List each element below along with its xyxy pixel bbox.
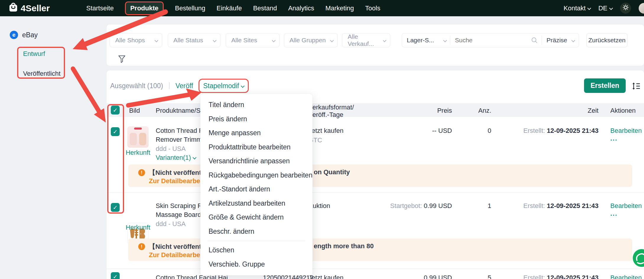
chevron-down-icon <box>213 38 217 42</box>
toolbar-divider: | <box>168 81 170 89</box>
nav-item-analytics[interactable]: Analytics <box>288 4 314 12</box>
menu-item-art-standort[interactable]: Art.-Standort ändern <box>200 182 313 196</box>
menu-item-artikelzustand[interactable]: Artikelzustand bearbeiten <box>200 196 313 211</box>
sidebar-item-ebay[interactable]: e eBay <box>10 31 38 39</box>
chevron-down-icon <box>443 38 447 42</box>
shopping-bag-logo-icon <box>9 2 18 14</box>
chevron-down-icon <box>609 6 613 10</box>
product-name-line2[interactable]: Remover Trimmer <box>156 136 208 143</box>
header-anz: Anz. <box>462 107 491 114</box>
nav-right-cluster: Kontakt DE <box>564 0 644 16</box>
check-icon: ✓ <box>113 204 118 211</box>
price-cell: Startgebot: 0.99 USD <box>381 202 452 210</box>
batch-edit-dropdown[interactable]: Stapelmodif <box>203 82 244 90</box>
settings-button[interactable] <box>620 3 631 14</box>
ebay-icon: e <box>10 31 18 39</box>
chevron-down-icon <box>383 38 386 42</box>
chevron-down-icon <box>193 156 197 159</box>
menu-item-menge-anpassen[interactable]: Menge anpassen <box>200 126 313 140</box>
avatar[interactable] <box>639 3 644 14</box>
row-checkbox[interactable]: ✓ <box>111 203 120 212</box>
product-name-line1[interactable]: Cotton Thread Fa <box>156 127 206 135</box>
nav-item-tools[interactable]: Tools <box>365 4 380 12</box>
annotation-box-stapelmodif: Stapelmodif <box>199 79 249 93</box>
menu-item-loeschen[interactable]: Löschen <box>200 243 313 257</box>
search-mode-select[interactable]: Präzise <box>541 36 579 45</box>
search-scope-select[interactable]: Lager-S... <box>402 36 450 45</box>
menu-item-versandrichtlinie[interactable]: Versandrichtlinie anpassen <box>200 154 313 168</box>
menu-item-verschieb-gruppe[interactable]: Verschieb. Gruppe <box>200 257 313 272</box>
nav-item-bestand[interactable]: Bestand <box>253 4 277 12</box>
brand-name: 4Seller <box>21 3 50 13</box>
chevron-down-icon <box>241 84 245 88</box>
nav-item-startseite[interactable]: Startseite <box>86 4 114 12</box>
selected-count: Ausgewählt (100) <box>110 82 163 90</box>
search-icon[interactable] <box>531 37 538 44</box>
sidebar-platform-label: eBay <box>22 31 38 39</box>
origin-link[interactable]: Herkunft <box>125 149 151 157</box>
row-checkbox[interactable]: ✓ <box>111 127 120 136</box>
column-settings-icon[interactable] <box>630 80 642 93</box>
filter-gruppen-select[interactable]: Alle Gruppen <box>284 33 338 47</box>
qty-cell: 1 <box>462 202 491 210</box>
search-input[interactable] <box>450 37 531 44</box>
nav-item-einkaeufe[interactable]: Einkäufe <box>217 4 242 12</box>
more-actions-link[interactable]: ... <box>610 135 617 142</box>
select-all-checkbox[interactable]: ✓ <box>111 106 120 114</box>
row-checkbox[interactable]: ✓ <box>111 272 120 279</box>
origin-link[interactable]: Herkunft <box>125 223 151 231</box>
nav-item-produkte[interactable]: Produkte <box>130 4 158 12</box>
qty-cell: 0 <box>462 127 491 135</box>
header-verkaufsformat: Verkaufsformat/Veröff.-Tage <box>308 104 354 118</box>
price-cell: -- USD <box>393 127 452 135</box>
menu-item-rueckgabebedingungen[interactable]: Rückgabebedingungen bearbeiten <box>200 168 313 183</box>
menu-item-preis-aendern[interactable]: Preis ändern <box>200 112 313 126</box>
menu-item-groesse-gewicht[interactable]: Größe & Gewicht ändern <box>200 210 313 225</box>
language-selector[interactable]: DE <box>598 4 612 12</box>
edit-link[interactable]: Bearbeiten <box>610 127 642 135</box>
sidebar-item-veroeffentlicht[interactable]: Veröffentlicht <box>23 70 61 78</box>
top-navbar: 4Seller Startseite Produkte Bestellung E… <box>0 0 644 16</box>
warning-icon: ! <box>138 243 145 250</box>
sidebar-item-entwurf[interactable]: Entwurf <box>23 50 45 58</box>
sale-format: Jetzt kaufen <box>308 274 344 279</box>
row-divider <box>107 269 644 269</box>
check-icon: ✓ <box>113 128 118 135</box>
varianten-toggle[interactable]: Varianten(1) <box>156 154 196 162</box>
nav-item-bestellung[interactable]: Bestellung <box>175 4 205 12</box>
reset-button[interactable]: Zurücksetzen <box>586 33 627 47</box>
more-actions-link[interactable]: ... <box>610 210 617 217</box>
filter-sites-select[interactable]: Alle Sites <box>226 33 279 47</box>
filter-shops-select[interactable]: Alle Shops <box>110 33 162 47</box>
product-shop: ddd - USA <box>156 145 186 153</box>
filter-funnel-icon[interactable] <box>118 54 126 64</box>
filter-verkaufsformat-select[interactable]: Alle Verkauf... <box>342 33 390 47</box>
time-cell: Erstellt: 12-09-2025 21:43 <box>501 274 599 279</box>
create-button[interactable]: Erstellen <box>584 78 626 93</box>
chevron-down-icon <box>272 38 276 42</box>
menu-item-produktattribute[interactable]: Produktattribute bearbeiten <box>200 140 313 154</box>
warning-icon: ! <box>138 169 145 176</box>
kontakt-menu[interactable]: Kontakt <box>564 4 591 12</box>
publish-button[interactable]: Veröff <box>175 82 193 90</box>
header-produktname: Produktname/Sho <box>156 107 208 114</box>
nav-item-marketing[interactable]: Marketing <box>325 4 354 12</box>
warning-text-right: on Quantity <box>314 168 350 176</box>
qty-cell: 5 <box>462 274 491 279</box>
header-preis: Preis <box>408 107 452 114</box>
brand-logo[interactable]: 4Seller <box>9 0 50 16</box>
menu-item-beschr-aendern[interactable]: Beschr. ändern <box>200 225 313 239</box>
menu-divider <box>207 241 305 241</box>
filter-status-select[interactable]: Alle Status <box>168 33 220 47</box>
chevron-down-icon <box>588 6 591 10</box>
row-divider <box>107 192 644 193</box>
edit-link[interactable]: Bearbeiten <box>610 274 642 279</box>
sale-format: Jetzt kaufen <box>308 127 344 135</box>
annotation-box-produkte: Produkte <box>125 1 164 15</box>
menu-item-titel-aendern[interactable]: Titel ändern <box>200 98 313 112</box>
product-image[interactable] <box>127 126 149 148</box>
price-cell: 0.99 USD <box>393 274 452 279</box>
app-window: 4Seller Startseite Produkte Bestellung E… <box>0 0 644 279</box>
time-cell: Erstellt: 12-09-2025 21:43 <box>501 202 599 210</box>
edit-link[interactable]: Bearbeiten <box>610 202 642 210</box>
